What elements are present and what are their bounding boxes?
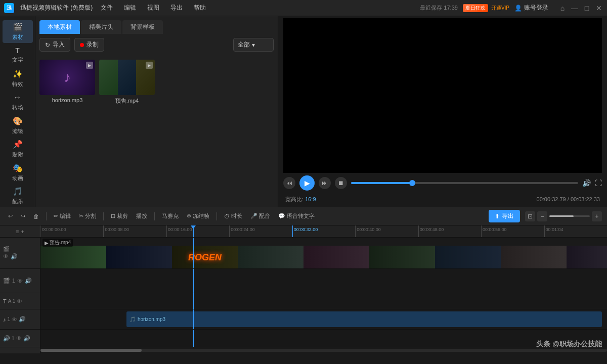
menu-bar: 文件 编辑 视图 导出 帮助 xyxy=(99,3,208,13)
media-grid: ♪ ▶ horizon.mp3 ▶ 预告.mp4 xyxy=(35,56,278,207)
ruler-mark-7: 00:00:56.00 xyxy=(481,225,544,237)
close-button[interactable]: ✕ xyxy=(595,4,603,12)
ruler-mark-6: 00:00:48.00 xyxy=(418,225,481,237)
eye-icon-sound[interactable]: 👁 xyxy=(16,335,22,341)
music-icon: 🎵 xyxy=(13,187,23,196)
zoom-out-button[interactable]: − xyxy=(537,211,547,221)
menu-help[interactable]: 帮助 xyxy=(192,3,208,13)
scrollbar-left-pad xyxy=(0,347,40,353)
undo-button[interactable]: ↩ xyxy=(5,211,16,221)
track-num-label-1: 1 xyxy=(12,278,15,284)
edit-toolbar: ↩ ↪ 🗑 ✏ 编辑 ✂ 分割 ⊡ 裁剪 播放 马赛克 ❄ 冻结帧 ⏱ 时长 🎤… xyxy=(0,207,607,225)
menu-file[interactable]: 文件 xyxy=(99,3,115,13)
record-button[interactable]: 录制 xyxy=(74,38,104,52)
minimize-button[interactable]: — xyxy=(571,4,579,12)
menu-edit[interactable]: 编辑 xyxy=(122,3,138,13)
sidebar-item-transition[interactable]: ↔ 转场 xyxy=(3,91,33,114)
delete-button[interactable]: 🗑 xyxy=(30,212,42,221)
timeline-add-controls: ≡ + xyxy=(0,225,40,237)
audio-main-track-row: ♪ 1 👁 🔊 🎵 horizon.mp3 xyxy=(0,309,607,330)
matte-button[interactable]: 马赛克 xyxy=(159,211,182,221)
duration-button[interactable]: ⏱ 时长 xyxy=(221,211,245,221)
video-track-content[interactable]: ▶ 预告.mp4 ROGEN xyxy=(40,238,607,268)
play-button[interactable]: ▶ xyxy=(299,175,315,191)
sound-track-num: 1 xyxy=(12,336,15,341)
eye-icon-video[interactable]: 👁 xyxy=(3,253,9,260)
home-button[interactable]: ⌂ xyxy=(558,4,567,12)
voiceover-button[interactable]: 🎤 配音 xyxy=(247,211,273,221)
playback-button[interactable]: 播放 xyxy=(133,211,150,221)
sound-track-controls: 🔊 1 👁 🔊 xyxy=(0,330,40,347)
vip-label[interactable]: 开通VIP xyxy=(491,5,509,12)
sidebar-item-media[interactable]: 🎬 素材 xyxy=(3,20,33,43)
audio-main-track-content[interactable]: 🎵 horizon.mp3 xyxy=(40,309,607,329)
maximize-button[interactable]: □ xyxy=(583,4,591,12)
preview-panel: ⏮ ▶ ⏭ ⏹ 🔊 ⛶ 宽高比: 16:9 00:00:32.79 / 00:0… xyxy=(278,16,607,207)
app-icon: 迅 xyxy=(4,3,14,13)
video-filename: 预告.mp4 xyxy=(50,239,71,246)
freeze-button[interactable]: ❄ 冻结帧 xyxy=(184,211,212,221)
media-item-audio[interactable]: ♪ ▶ horizon.mp3 xyxy=(39,60,95,105)
volume-icon-empty[interactable]: 🔊 xyxy=(25,278,32,284)
speech-to-text-button[interactable]: 💬 语音转文字 xyxy=(275,211,318,221)
text-icon: T xyxy=(15,47,20,55)
freeze-icon: ❄ xyxy=(187,213,191,219)
stop-button[interactable]: ⏹ xyxy=(335,177,347,189)
aspect-info: 宽高比: 16:9 xyxy=(285,196,316,203)
filter-dropdown[interactable]: 全部 ▾ xyxy=(233,38,274,52)
volume-icon-sound[interactable]: 🔊 xyxy=(23,335,30,342)
speech-icon: 💬 xyxy=(278,213,285,219)
media-panel: 本地素材 精美片头 背景样板 ↻ 导入 录制 全部 ▾ ♪ ▶ xyxy=(35,16,278,207)
text-track-icon: T xyxy=(3,298,7,304)
vframe-1 xyxy=(40,246,106,268)
main-layout: 🎬 素材 T 文字 ✨ 特效 ↔ 转场 🎨 滤镜 📌 贴附 🎭 动画 🎵 xyxy=(0,16,607,207)
tab-local-media[interactable]: 本地素材 xyxy=(39,20,80,34)
vip-event-badge[interactable]: 夏日狂欢 xyxy=(463,4,488,12)
menu-view[interactable]: 视图 xyxy=(145,3,161,13)
menu-export[interactable]: 导出 xyxy=(168,3,185,13)
progress-track[interactable] xyxy=(351,182,578,184)
account-button[interactable]: 👤 账号登录 xyxy=(514,4,548,12)
eye-icon-text[interactable]: 👁 xyxy=(17,298,22,304)
sidebar-item-effects[interactable]: ✨ 特效 xyxy=(3,67,33,90)
tab-backgrounds[interactable]: 背景样板 xyxy=(122,20,163,34)
zoom-track[interactable] xyxy=(549,215,590,217)
sidebar-item-sticker[interactable]: 📌 贴附 xyxy=(3,138,33,161)
zoom-fit-button[interactable]: ⊡ xyxy=(525,211,535,221)
volume-icon-video[interactable]: 🔊 xyxy=(11,253,18,260)
redo-button[interactable]: ↪ xyxy=(18,211,28,221)
zoom-in-button[interactable]: + xyxy=(592,211,602,221)
fullscreen-button[interactable]: ⛶ xyxy=(595,179,602,187)
toolbar-separator-1 xyxy=(46,212,47,220)
watermark: 头条 @职场办公技能 xyxy=(536,340,602,349)
fast-forward-button[interactable]: ⏭ xyxy=(319,177,331,189)
sidebar-item-animation[interactable]: 🎭 动画 xyxy=(3,161,33,184)
sidebar-item-text[interactable]: T 文字 xyxy=(3,44,33,67)
sound-track-row: 🔊 1 👁 🔊 xyxy=(0,330,607,347)
export-button[interactable]: ⬆ 导出 xyxy=(489,210,520,222)
eye-icon-empty[interactable]: 👁 xyxy=(17,278,23,284)
edit-button[interactable]: ✏ 编辑 xyxy=(51,211,74,221)
tab-premium-titles[interactable]: 精美片头 xyxy=(81,20,121,34)
sidebar-item-filter[interactable]: 🎨 滤镜 xyxy=(3,114,33,137)
media-item-video[interactable]: ▶ 预告.mp4 xyxy=(99,60,155,105)
sidebar-item-music[interactable]: 🎵 配乐 xyxy=(3,185,33,208)
rewind-button[interactable]: ⏮ xyxy=(283,177,295,189)
playhead-ruler xyxy=(193,225,194,237)
split-button[interactable]: ✂ 分割 xyxy=(76,211,99,221)
sound-track-icon: 🔊 xyxy=(3,335,10,342)
scrollbar-track[interactable] xyxy=(40,349,607,352)
import-button[interactable]: ↻ 导入 xyxy=(39,38,70,52)
crop-button[interactable]: ⊡ 裁剪 xyxy=(108,211,131,221)
sidebar-label-music: 配乐 xyxy=(12,198,23,205)
sidebar-label-sticker: 贴附 xyxy=(12,151,23,158)
scrollbar-thumb[interactable] xyxy=(40,349,142,352)
timeline-add-icon[interactable]: + xyxy=(21,229,24,235)
playhead-sound xyxy=(193,330,194,347)
volume-icon[interactable]: 🔊 xyxy=(582,179,591,187)
volume-icon-audio-main[interactable]: 🔊 xyxy=(19,316,26,323)
audio-filename: horizon.mp3 xyxy=(138,316,165,322)
eye-icon-audio-main[interactable]: 👁 xyxy=(12,316,17,323)
title-bar: 迅 迅捷视频剪辑软件 (免费版) 文件 编辑 视图 导出 帮助 最近保存 17:… xyxy=(0,0,607,16)
audio-clip[interactable]: 🎵 horizon.mp3 xyxy=(126,311,602,327)
